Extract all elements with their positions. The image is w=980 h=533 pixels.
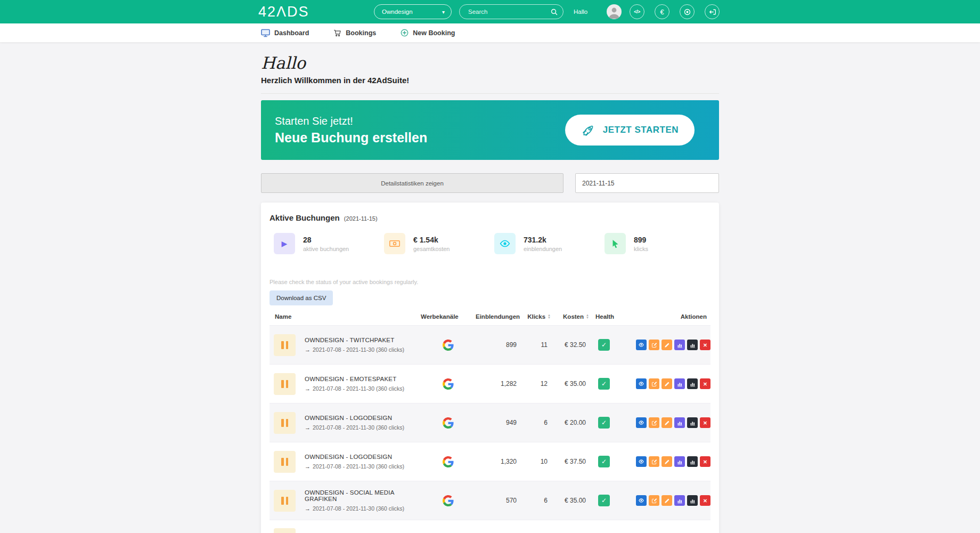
search-box[interactable] (459, 4, 564, 19)
nav-item-new-booking[interactable]: New Booking (401, 29, 455, 37)
booking-period: → 2021-07-08 - 2021-11-30 (360 clicks) (305, 505, 421, 512)
view-button[interactable] (636, 378, 647, 389)
edit-icon (651, 381, 657, 387)
bar-chart-icon (690, 420, 696, 426)
header-aktionen: Aktionen (621, 313, 710, 320)
pause-status-icon[interactable] (274, 373, 296, 395)
row-actions: ✕ (621, 417, 710, 428)
report-button[interactable] (687, 495, 698, 506)
avatar[interactable] (607, 4, 622, 19)
stats-button[interactable] (674, 456, 685, 467)
report-button[interactable] (687, 340, 698, 350)
header-klicks[interactable]: Klicks ▲ ▼ (521, 313, 553, 320)
google-channel-icon (443, 456, 454, 467)
start-now-button[interactable]: JETZT STARTEN (565, 115, 695, 146)
sort-icon[interactable]: ▲ ▼ (548, 314, 551, 319)
play-icon: ▶ (274, 233, 295, 254)
edit-button[interactable] (649, 417, 659, 428)
pause-status-icon[interactable] (274, 412, 296, 434)
note-button[interactable] (662, 456, 672, 467)
pencil-icon (664, 420, 670, 426)
brand-logo[interactable]: 42ΛDS (258, 4, 309, 20)
sort-down-icon: ▼ (548, 317, 551, 319)
note-button[interactable] (662, 340, 672, 350)
search-input[interactable] (467, 8, 551, 15)
status-note: Please check the status of your active b… (270, 279, 710, 285)
banknote-icon (384, 233, 405, 254)
date-input[interactable] (575, 173, 719, 193)
view-button[interactable] (636, 340, 647, 350)
bar-chart-icon (677, 498, 683, 504)
stat-label: klicks (634, 246, 648, 252)
view-button[interactable] (636, 417, 647, 428)
edit-button[interactable] (649, 495, 659, 506)
stat-value: 899 (634, 236, 648, 244)
logout-button[interactable] (705, 4, 720, 19)
sort-icon[interactable]: ▲ ▼ (586, 314, 589, 319)
plus-circle-icon (401, 29, 409, 37)
delete-button[interactable]: ✕ (700, 340, 710, 350)
report-button[interactable] (687, 417, 698, 428)
health-ok-button[interactable]: ✓ (598, 417, 610, 429)
delete-button[interactable]: ✕ (700, 495, 710, 506)
report-button[interactable] (687, 378, 698, 389)
delete-button[interactable]: ✕ (700, 417, 710, 428)
view-button[interactable] (636, 456, 647, 467)
edit-button[interactable] (649, 340, 659, 350)
klicks-value: 12 (521, 380, 553, 387)
booking-period-text: 2021-07-08 - 2021-11-30 (360 clicks) (313, 463, 404, 470)
card-title: Aktive Buchungen (2021-11-15) (270, 213, 710, 222)
bar-chart-icon (690, 459, 696, 465)
pause-status-icon[interactable] (274, 334, 296, 356)
report-button[interactable] (687, 456, 698, 467)
pause-status-icon[interactable] (274, 528, 296, 533)
billing-button[interactable]: € (655, 4, 669, 19)
client-dropdown[interactable]: Owndesign ▾ (374, 4, 452, 19)
close-icon: ✕ (703, 498, 707, 504)
note-button[interactable] (662, 417, 672, 428)
note-button[interactable] (662, 495, 672, 506)
bar-chart-icon (677, 459, 683, 465)
stats-button[interactable] (674, 417, 685, 428)
edit-button[interactable] (649, 456, 659, 467)
controls-row: Detailstatistiken zeigen (261, 173, 719, 193)
booking-period-text: 2021-07-08 - 2021-11-30 (360 clicks) (313, 385, 404, 392)
stats-button[interactable] (674, 340, 685, 350)
delete-button[interactable]: ✕ (700, 456, 710, 467)
check-icon: ✓ (601, 419, 607, 426)
download-csv-button[interactable]: Download as CSV (270, 290, 333, 305)
nav-item-bookings[interactable]: Bookings (333, 29, 376, 37)
header-name: Name (270, 313, 421, 320)
code-button[interactable]: </> (630, 4, 644, 19)
view-button[interactable] (636, 495, 647, 506)
pencil-icon (664, 381, 670, 387)
table-header: Name Werbekanäle Einblendungen Klicks ▲ … (270, 308, 710, 326)
disc-button[interactable] (680, 4, 695, 19)
note-button[interactable] (662, 378, 672, 389)
header-einblendungen: Einblendungen (476, 313, 521, 320)
klicks-value: 6 (521, 419, 553, 426)
booking-period-text: 2021-07-08 - 2021-11-30 (360 clicks) (313, 346, 404, 353)
header-klicks-label: Klicks (527, 313, 545, 320)
health-ok-button[interactable]: ✓ (598, 339, 610, 351)
detail-statistics-button[interactable]: Detailstatistiken zeigen (261, 173, 564, 193)
stats-button[interactable] (674, 495, 685, 506)
search-icon[interactable] (551, 9, 558, 15)
nav-item-dashboard[interactable]: Dashboard (261, 29, 309, 37)
health-ok-button[interactable]: ✓ (598, 456, 610, 467)
pause-status-icon[interactable] (274, 451, 296, 473)
cta-banner: Starten Sie jetzt! Neue Buchung erstelle… (261, 100, 719, 160)
table-row: OWNDESIGN - EMOTESPAKET → 2021-07-08 - 2… (270, 365, 710, 403)
edit-button[interactable] (649, 378, 659, 389)
row-actions: ✕ (621, 340, 710, 350)
health-ok-button[interactable]: ✓ (598, 495, 610, 506)
topbar: 42ΛDS Owndesign ▾ Hallo </> € (0, 0, 980, 23)
pause-status-icon[interactable] (274, 490, 296, 512)
stats-button[interactable] (674, 378, 685, 389)
stats-row: ▶ 28 aktive buchungen € 1.54k gesamtkost… (270, 233, 710, 254)
header-kosten[interactable]: Kosten ▲ ▼ (553, 313, 591, 320)
delete-button[interactable]: ✕ (700, 378, 710, 389)
stat-value: 28 (303, 236, 349, 244)
booking-name: OWNDESIGN - SOCIAL MEDIA GRAFIKEN (305, 489, 421, 502)
health-ok-button[interactable]: ✓ (598, 378, 610, 390)
